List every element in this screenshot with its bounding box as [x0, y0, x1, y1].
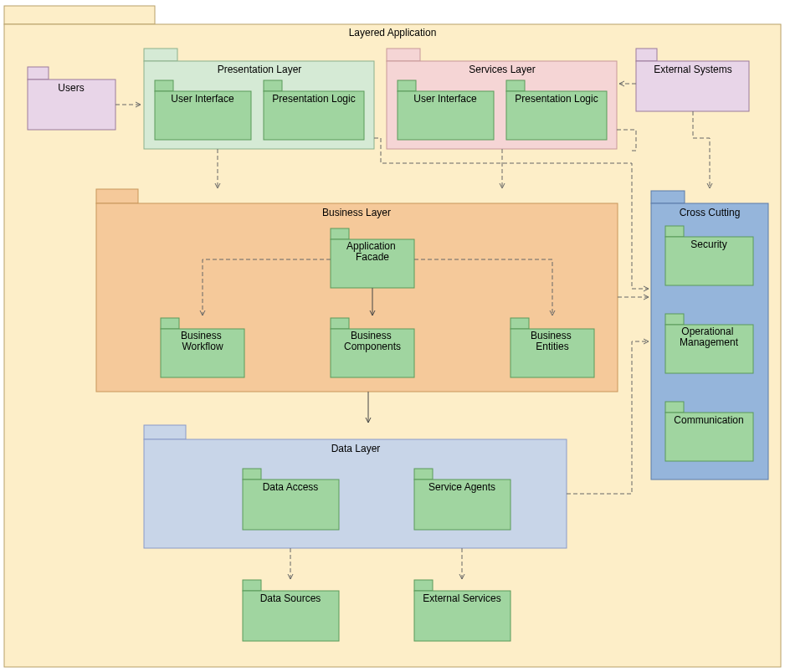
plogic-label-1: Presentation Logic [272, 93, 355, 105]
svg-rect-22 [161, 318, 179, 329]
svg-rect-2 [28, 67, 49, 80]
biz-components-label: Business Components [344, 330, 401, 352]
communication-label: Communication [674, 414, 743, 426]
layered-architecture-diagram: Layered Application Users External Syste… [0, 0, 785, 672]
presentation-layer-title: Presentation Layer [218, 64, 302, 75]
svg-rect-18 [96, 189, 138, 203]
svg-rect-34 [243, 580, 261, 591]
package-business-layer[interactable]: Business Layer Application Facade Busine… [96, 189, 618, 392]
svg-rect-24 [331, 318, 349, 329]
op-mgmt-label: Operational Management [680, 326, 739, 348]
svg-rect-6 [144, 49, 177, 61]
svg-rect-0 [4, 6, 155, 24]
svg-rect-40 [665, 226, 684, 237]
business-layer-title: Business Layer [322, 207, 391, 218]
plogic-label-2: Presentation Logic [515, 93, 598, 105]
svg-rect-26 [511, 318, 529, 329]
layered-app-title: Layered Application [349, 27, 437, 38]
svg-rect-10 [264, 80, 282, 91]
svg-rect-16 [506, 80, 525, 91]
external-systems-label: External Systems [654, 64, 731, 75]
package-data-layer[interactable]: Data Layer Data Access Service Agents [144, 425, 567, 548]
service-agents-label: Service Agents [428, 481, 495, 493]
services-layer-title: Services Layer [469, 64, 535, 75]
svg-rect-32 [414, 469, 433, 480]
biz-workflow-label: Business Workflow [181, 330, 224, 352]
svg-rect-30 [243, 469, 261, 480]
data-sources-label: Data Sources [260, 592, 321, 604]
svg-rect-12 [387, 49, 420, 61]
svg-rect-4 [636, 49, 657, 61]
ui-label-2: User Interface [413, 93, 477, 105]
data-access-label: Data Access [263, 481, 319, 493]
svg-rect-38 [651, 191, 685, 203]
cross-cutting-title: Cross Cutting [680, 207, 741, 218]
svg-rect-8 [155, 80, 173, 91]
svg-rect-28 [144, 425, 186, 439]
svg-rect-20 [331, 228, 349, 239]
svg-rect-42 [665, 314, 684, 325]
svg-rect-44 [665, 402, 684, 413]
external-services-label: External Services [423, 592, 500, 604]
svg-rect-14 [398, 80, 416, 91]
users-label: Users [58, 82, 84, 94]
svg-rect-36 [414, 580, 433, 591]
package-cross-cutting[interactable]: Cross Cutting Security Operational Manag… [651, 191, 768, 480]
package-presentation-layer[interactable]: Presentation Layer User Interface Presen… [144, 49, 374, 149]
package-services-layer[interactable]: Services Layer User Interface Presentati… [387, 49, 617, 149]
ui-label-1: User Interface [171, 93, 234, 105]
biz-entities-label: Business Entities [531, 330, 574, 352]
data-layer-title: Data Layer [331, 443, 381, 454]
security-label: Security [690, 239, 726, 250]
